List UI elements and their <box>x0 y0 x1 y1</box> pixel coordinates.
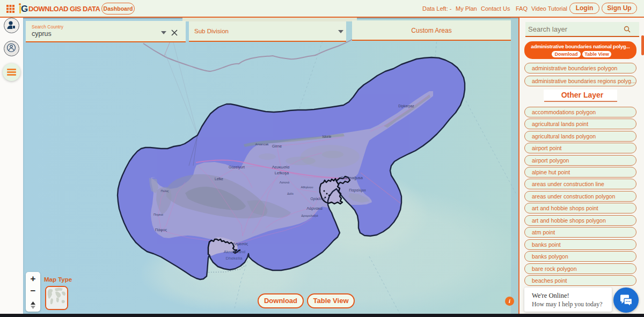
svg-text:Παραλίμνι: Παραλίμνι <box>349 188 366 193</box>
svg-text:Πηγεια: Πηγεια <box>153 213 164 216</box>
svg-text:Λεμεσός: Λεμεσός <box>233 241 248 246</box>
svg-text:Iskele: Iskele <box>323 135 332 138</box>
svg-text:Λάρνακα: Λάρνακα <box>306 206 323 211</box>
svg-text:Lefkoşa: Lefkoşa <box>275 171 289 175</box>
svg-text:Gazimağusa: Gazimağusa <box>340 175 363 180</box>
svg-text:Girne: Girne <box>272 144 282 149</box>
svg-text:Πάφος: Πάφος <box>155 227 167 232</box>
svg-text:Lefke: Lefke <box>215 177 223 181</box>
svg-text:Αθηένου: Αθηένου <box>301 186 313 189</box>
svg-text:Δρομολαξιά: Δρομολαξιά <box>301 214 318 217</box>
svg-text:Güzelyurt: Güzelyurt <box>229 165 245 169</box>
svg-text:Λευκωσία: Λευκωσία <box>272 165 290 169</box>
svg-text:Dipkarpaz: Dipkarpaz <box>398 104 414 108</box>
svg-text:Λατσιά: Λατσιά <box>280 181 290 184</box>
svg-text:Dhekelia: Dhekelia <box>225 256 243 261</box>
svg-text:Arsancak: Arsancak <box>255 143 269 146</box>
svg-text:Akrotiri and: Akrotiri and <box>224 249 245 254</box>
svg-text:Δάλι: Δάλι <box>287 192 294 195</box>
svg-text:Ορόκλινη: Ορόκλινη <box>310 197 325 201</box>
svg-text:Πόλις: Πόλις <box>161 189 169 193</box>
